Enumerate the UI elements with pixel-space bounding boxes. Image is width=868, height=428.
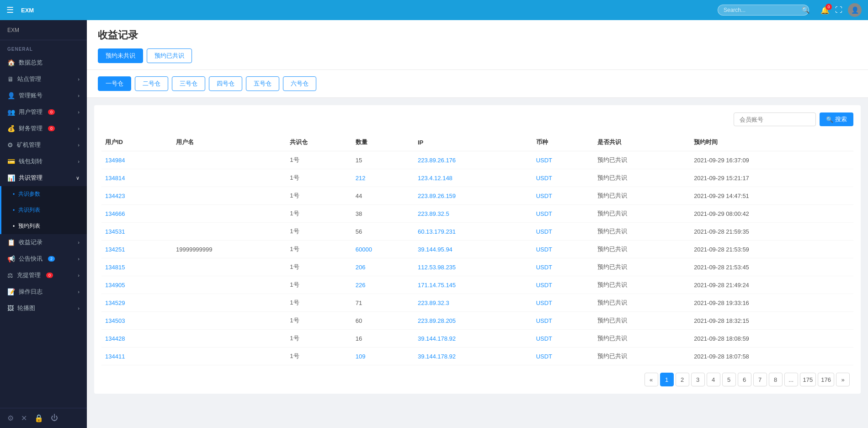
- sidebar-item-recharge[interactable]: ⚖ 充提管理 0 ›: [0, 267, 87, 284]
- cell-user-id[interactable]: 134428: [101, 330, 172, 348]
- sidebar-item-operation[interactable]: 📝 操作日志 ›: [0, 284, 87, 300]
- sidebar-item-admin[interactable]: 👤 管理账号 ›: [0, 87, 87, 104]
- col-user-id: 用户ID: [101, 134, 172, 151]
- warehouse-tab-6[interactable]: 六号仓: [283, 76, 316, 91]
- cell-user-id[interactable]: 134423: [101, 187, 172, 205]
- lock-icon[interactable]: 🔒: [34, 414, 43, 423]
- cell-user-id[interactable]: 134666: [101, 205, 172, 223]
- pagination-page-8[interactable]: 8: [769, 373, 783, 386]
- notification-badge: 0: [825, 4, 832, 10]
- cell-ip[interactable]: 39.144.178.92: [414, 330, 533, 348]
- sidebar-item-consensus-params[interactable]: • 共识参数: [0, 186, 87, 202]
- cell-quantity: 206: [352, 258, 414, 276]
- notification-icon[interactable]: 🔔 0: [820, 6, 830, 15]
- sidebar-item-station[interactable]: 🖥 站点管理 ›: [0, 71, 87, 87]
- search-input[interactable]: [718, 5, 809, 16]
- pagination-page-3[interactable]: 3: [691, 373, 705, 386]
- table-row: 134905 1号 226 171.14.75.145 USDT 预约已共识 2…: [101, 276, 853, 294]
- sidebar-label-dashboard: 数据总览: [19, 59, 43, 67]
- consensus-submenu: • 共识参数 • 共识列表 • 预约列表: [0, 186, 87, 234]
- table-row: 134423 1号 44 223.89.26.159 USDT 预约已共识 20…: [101, 187, 853, 205]
- search-icon[interactable]: 🔍: [802, 6, 809, 14]
- sidebar-item-consensus[interactable]: 📊 共识管理 ∨: [0, 170, 87, 186]
- cell-ip[interactable]: 123.4.12.148: [414, 169, 533, 187]
- chevron-right-icon-notice: ›: [78, 256, 80, 262]
- cell-ip[interactable]: 223.89.26.176: [414, 151, 533, 169]
- cell-username: [172, 258, 286, 276]
- pagination-page-4[interactable]: 4: [707, 373, 720, 386]
- hamburger-icon[interactable]: ☰: [6, 5, 14, 15]
- close-icon[interactable]: ✕: [21, 414, 27, 423]
- avatar[interactable]: 👤: [848, 3, 862, 17]
- sidebar-item-banner[interactable]: 🖼 轮播图 ›: [0, 300, 87, 316]
- pagination-page-7[interactable]: 7: [753, 373, 767, 386]
- cell-currency: USDT: [533, 348, 594, 365]
- cell-ip[interactable]: 171.14.75.145: [414, 276, 533, 294]
- cell-ip[interactable]: 223.89.26.159: [414, 187, 533, 205]
- cell-user-id[interactable]: 134814: [101, 169, 172, 187]
- cell-is-consensus: 预约已共识: [594, 241, 690, 258]
- cell-ip[interactable]: 112.53.98.235: [414, 258, 533, 276]
- pagination-next[interactable]: »: [836, 373, 850, 386]
- member-search-input[interactable]: [734, 112, 816, 126]
- sidebar-item-reservation-list[interactable]: • 预约列表: [0, 218, 87, 234]
- tab-unconfirmed[interactable]: 预约未共识: [98, 48, 143, 63]
- warehouse-tab-2[interactable]: 二号仓: [135, 76, 168, 91]
- cell-username: [172, 294, 286, 312]
- sidebar-item-dashboard[interactable]: 🏠 数据总览: [0, 54, 87, 71]
- pagination-page-2[interactable]: 2: [676, 373, 689, 386]
- pagination-page-175[interactable]: 175: [800, 373, 816, 386]
- sidebar-item-wallet[interactable]: 💳 钱包划转 ›: [0, 153, 87, 170]
- cell-user-id[interactable]: 134411: [101, 348, 172, 365]
- pagination-page-176[interactable]: 176: [818, 373, 834, 386]
- cell-warehouse: 1号: [286, 205, 352, 223]
- pagination-page-1[interactable]: 1: [660, 373, 674, 386]
- cell-ip[interactable]: 223.89.28.205: [414, 312, 533, 330]
- warehouse-tab-1[interactable]: 一号仓: [98, 76, 131, 91]
- sidebar-item-users[interactable]: 👥 用户管理 0 ›: [0, 104, 87, 120]
- cell-user-id[interactable]: 134251: [101, 241, 172, 258]
- table-row: 134984 1号 15 223.89.26.176 USDT 预约已共识 20…: [101, 151, 853, 169]
- col-ip: IP: [414, 134, 533, 151]
- cell-user-id[interactable]: 134531: [101, 223, 172, 241]
- sidebar-bottom: ⚙ ✕ 🔒 ⏻: [0, 408, 87, 428]
- gear-icon: ⚙: [7, 141, 13, 149]
- cell-user-id[interactable]: 134984: [101, 151, 172, 169]
- warehouse-tab-3[interactable]: 三号仓: [172, 76, 205, 91]
- warehouse-tab-4[interactable]: 四号仓: [209, 76, 242, 91]
- sidebar-item-miner[interactable]: ⚙ 矿机管理 ›: [0, 137, 87, 153]
- sidebar-item-income[interactable]: 📋 收益记录 ›: [0, 234, 87, 251]
- chevron-right-icon-income: ›: [78, 240, 80, 245]
- cell-time: 2021-09-28 18:07:58: [690, 348, 853, 365]
- settings-icon[interactable]: ⚙: [7, 414, 14, 423]
- cell-ip[interactable]: 39.144.178.92: [414, 348, 533, 365]
- table-row: 134529 1号 71 223.89.32.3 USDT 预约已共识 2021…: [101, 294, 853, 312]
- cell-username: [172, 330, 286, 348]
- cell-ip[interactable]: 223.89.32.5: [414, 205, 533, 223]
- cell-user-id[interactable]: 134529: [101, 294, 172, 312]
- search-button[interactable]: 🔍 搜索: [820, 112, 853, 126]
- cell-is-consensus: 预约已共识: [594, 151, 690, 169]
- sidebar-item-finance[interactable]: 💰 财务管理 0 ›: [0, 120, 87, 137]
- cell-user-id[interactable]: 134815: [101, 258, 172, 276]
- power-icon[interactable]: ⏻: [51, 414, 58, 423]
- cell-warehouse: 1号: [286, 312, 352, 330]
- cell-username: [172, 187, 286, 205]
- cell-user-id[interactable]: 134503: [101, 312, 172, 330]
- col-quantity: 数量: [352, 134, 414, 151]
- tab-confirmed[interactable]: 预约已共识: [147, 48, 192, 63]
- warehouse-tab-5[interactable]: 五号仓: [246, 76, 279, 91]
- cell-ip[interactable]: 39.144.95.94: [414, 241, 533, 258]
- pagination-prev[interactable]: «: [644, 373, 658, 386]
- col-time: 预约时间: [690, 134, 853, 151]
- cell-ip[interactable]: 223.89.32.3: [414, 294, 533, 312]
- sidebar-item-consensus-list[interactable]: • 共识列表: [0, 202, 87, 218]
- cell-currency: USDT: [533, 169, 594, 187]
- cell-quantity: 44: [352, 187, 414, 205]
- expand-icon[interactable]: ⛶: [835, 6, 842, 14]
- cell-ip[interactable]: 60.13.179.231: [414, 223, 533, 241]
- sidebar-item-notice[interactable]: 📢 公告快讯 2 ›: [0, 251, 87, 267]
- cell-user-id[interactable]: 134905: [101, 276, 172, 294]
- pagination-page-6[interactable]: 6: [738, 373, 751, 386]
- pagination-page-5[interactable]: 5: [722, 373, 736, 386]
